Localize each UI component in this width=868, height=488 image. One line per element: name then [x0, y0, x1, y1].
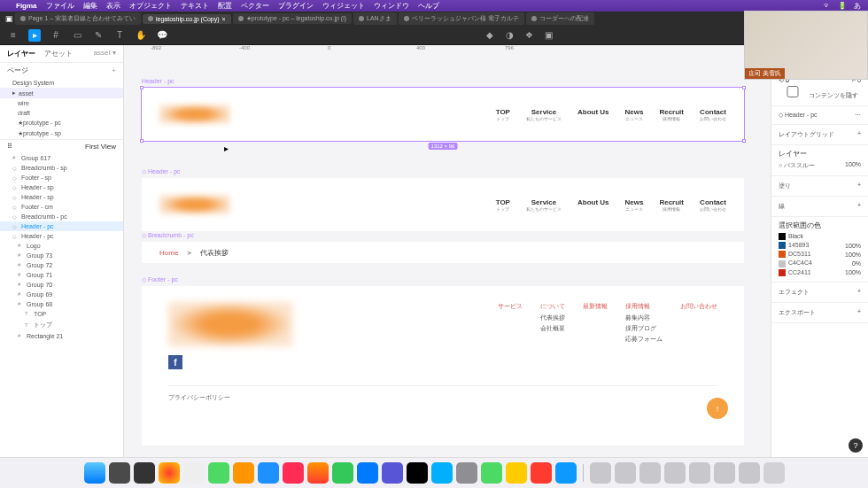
scroll-top-button[interactable]: ↑	[707, 398, 728, 419]
nav-item[interactable]: Recruit採用情報	[659, 198, 684, 212]
file-tab[interactable]: ★prototype - pc – legatoship.co.jp (l)	[233, 13, 352, 24]
help-button[interactable]: ?	[849, 438, 863, 453]
text-tool-icon[interactable]: T	[113, 29, 126, 42]
hand-tool-icon[interactable]: ✋	[135, 29, 147, 42]
page-item[interactable]: wire	[0, 98, 123, 108]
nav-item[interactable]: About Us	[577, 198, 609, 212]
component-icon[interactable]: ❖	[523, 29, 535, 42]
nav-item[interactable]: Newsニュース	[625, 198, 644, 212]
dock-app-icon[interactable]	[714, 462, 735, 484]
dock-app-icon[interactable]	[615, 462, 636, 484]
layer-item[interactable]: #Rectangle 21	[0, 331, 123, 341]
add-icon[interactable]: +	[857, 288, 861, 297]
mask-icon[interactable]: ▣	[542, 29, 554, 42]
nav-item[interactable]: Recruit採用情報	[659, 108, 684, 121]
layer-item[interactable]: #Logo	[0, 241, 123, 251]
dock-app-icon[interactable]	[84, 462, 105, 484]
nav-item[interactable]: TOPトップ	[496, 198, 510, 212]
dock-app-icon[interactable]	[283, 462, 304, 484]
app-name[interactable]: Figma	[16, 2, 37, 10]
page-item[interactable]: ▸ asset	[0, 88, 123, 98]
comment-tool-icon[interactable]: 💬	[156, 29, 168, 42]
file-tab[interactable]: legatoship.co.jp (Copy) ×	[143, 14, 231, 24]
dock-app-icon[interactable]	[134, 462, 155, 484]
dock-app-icon[interactable]	[739, 462, 760, 484]
page-item[interactable]: ★prototype - sp	[0, 128, 123, 139]
layers-tab[interactable]: レイヤー	[7, 49, 35, 58]
figma-logo-icon[interactable]: ▣	[5, 14, 13, 23]
nav-item[interactable]: TOPトップ	[496, 108, 510, 121]
header-frame-selected[interactable]: Header - pc 1312 × 96 TOPトップService私たちのサ…	[142, 88, 744, 141]
dock-app-icon[interactable]	[431, 462, 453, 484]
file-tab[interactable]: LANさま	[353, 12, 397, 25]
dock-app-icon[interactable]	[407, 462, 428, 484]
nav-item[interactable]: Contactお問い合わせ	[700, 108, 726, 121]
align-icon[interactable]: ◆	[484, 29, 496, 42]
canvas[interactable]: -892-4000400796 Header - pc 1312 × 96 TO…	[124, 45, 771, 457]
layer-item[interactable]: ◇Header - sp	[0, 182, 123, 192]
nav-item[interactable]: About Us	[577, 108, 609, 121]
color-row[interactable]: CC2411100%	[779, 269, 861, 276]
page-item[interactable]: Design System	[0, 78, 123, 88]
facebook-icon[interactable]: f	[168, 355, 182, 369]
dock-app-icon[interactable]	[664, 462, 686, 484]
privacy-link[interactable]: プライバシーポリシー	[168, 385, 717, 402]
dock-trash-icon[interactable]	[763, 462, 785, 484]
file-tab[interactable]: Page 1 – 実装者目線と合わせてみてい	[15, 12, 141, 25]
dock-app-icon[interactable]	[307, 462, 329, 484]
color-row[interactable]: 145893100%	[779, 242, 861, 249]
dock-app-icon[interactable]	[233, 462, 254, 484]
file-tab[interactable]: コーダーへの配達	[526, 12, 594, 25]
header-frame[interactable]: ◇ Header - pc TOPトップService私たちのサービスAbout…	[142, 178, 744, 231]
dock-app-icon[interactable]	[506, 462, 527, 484]
dock-app-icon[interactable]	[555, 462, 577, 484]
dock-app-icon[interactable]	[332, 462, 353, 484]
layer-item[interactable]: ◇Breadcrumb - pc	[0, 212, 123, 221]
layer-item[interactable]: #Group 71	[0, 270, 123, 280]
dock-app-icon[interactable]	[258, 462, 279, 484]
add-icon[interactable]: +	[857, 182, 861, 190]
more-icon[interactable]: ⋯	[855, 112, 861, 119]
pen-tool-icon[interactable]: ✎	[92, 29, 105, 42]
page-item[interactable]: ★prototype - pc	[0, 118, 123, 128]
layer-item[interactable]: #Group 72	[0, 260, 123, 270]
layer-item[interactable]: ◇Header - pc	[0, 231, 123, 241]
move-tool-icon[interactable]: ▸	[28, 29, 41, 42]
nav-item[interactable]: Newsニュース	[625, 108, 644, 121]
add-icon[interactable]: +	[857, 202, 861, 211]
breadcrumb-home[interactable]: Home	[159, 249, 178, 257]
nav-item[interactable]: Service私たちのサービス	[526, 198, 562, 212]
layer-item[interactable]: ◇Breadcrumb - sp	[0, 163, 123, 173]
dock-app-icon[interactable]	[357, 462, 378, 484]
file-tab[interactable]: ベリーラッシュジャパン様 電子カルテ	[399, 12, 524, 25]
layer-item[interactable]: #Group 70	[0, 280, 123, 290]
assets-tab[interactable]: アセット	[44, 49, 73, 58]
layer-item[interactable]: #Group 68	[0, 299, 123, 309]
dock-app-icon[interactable]	[382, 462, 403, 484]
add-page-icon[interactable]: +	[112, 66, 116, 74]
nav-item[interactable]: Contactお問い合わせ	[700, 198, 726, 212]
dock-app-icon[interactable]	[481, 462, 502, 484]
layer-item[interactable]: #Group 73	[0, 251, 123, 260]
boolean-icon[interactable]: ◑	[503, 29, 515, 42]
layer-item[interactable]: ◇Header - pc	[0, 221, 123, 231]
dock-app-icon[interactable]	[208, 462, 229, 484]
dock-app-icon[interactable]	[590, 462, 611, 484]
shape-tool-icon[interactable]: ▭	[71, 29, 83, 42]
dock-app-icon[interactable]	[639, 462, 661, 484]
layer-item[interactable]: #Group 617	[0, 153, 123, 163]
footer-frame[interactable]: ◇ Footer - pc f サービスについて代表挨拶会社概要最新情報採用情報…	[142, 286, 744, 445]
dock-app-icon[interactable]	[183, 462, 205, 484]
close-icon[interactable]: ×	[222, 16, 226, 22]
input-icon[interactable]: あ	[854, 1, 861, 11]
page-item[interactable]: draft	[0, 108, 123, 118]
layer-item[interactable]: ◇Footer - cm	[0, 202, 123, 212]
frame-tool-icon[interactable]: #	[50, 29, 62, 42]
layer-item[interactable]: #Group 69	[0, 290, 123, 299]
color-row[interactable]: C4C4C40%	[779, 259, 861, 267]
add-icon[interactable]: +	[857, 130, 861, 139]
breadcrumb-frame[interactable]: ◇ Breadcrumb - pc Home > 代表挨拶	[142, 242, 744, 263]
add-icon[interactable]: +	[857, 308, 861, 317]
dock-app-icon[interactable]	[109, 462, 130, 484]
dock-app-icon[interactable]	[159, 462, 180, 484]
